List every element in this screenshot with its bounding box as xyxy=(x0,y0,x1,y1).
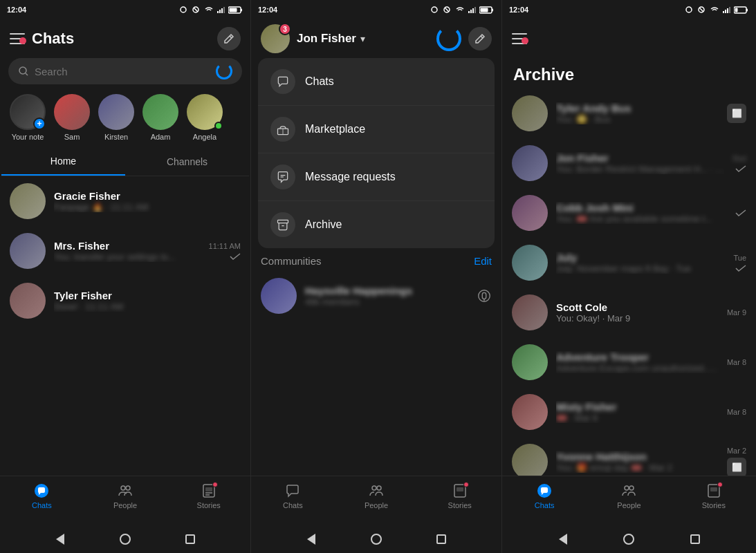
archive-name-7: Yvonne Hatthijson xyxy=(556,451,719,462)
nav-chats-left[interactable]: Chats xyxy=(0,482,84,509)
signal-icon-middle xyxy=(468,6,477,13)
nav-people-right[interactable]: People xyxy=(587,482,671,509)
chats-nav-icon-middle xyxy=(284,482,302,500)
stories-nav-icon-middle xyxy=(451,482,469,500)
menu-item-marketplace[interactable]: Marketplace xyxy=(258,106,495,153)
tabs-left: Home Channels xyxy=(1,148,249,176)
home-button-right[interactable] xyxy=(623,533,635,545)
nav-chats-middle[interactable]: Chats xyxy=(251,482,335,509)
chat-info-1: Mrs. Fisher You: transfer your settings … xyxy=(54,240,201,262)
battery-icon-right xyxy=(734,6,749,14)
nav-chats-right[interactable]: Chats xyxy=(502,482,587,509)
nav-label-people-middle: People xyxy=(365,501,388,509)
archive-item-2[interactable]: Cobb Josh Mini You: 🎟️ Are you available… xyxy=(502,188,756,238)
svg-rect-40 xyxy=(457,487,463,491)
chat-bubble-icon-m xyxy=(284,482,301,499)
archive-meta-6: Mar 8 xyxy=(727,408,746,416)
menu-item-archive[interactable]: Archive xyxy=(258,201,495,248)
story-item-2[interactable]: Kirsten xyxy=(98,94,134,141)
story-item-3[interactable]: Adam xyxy=(142,94,178,141)
svg-point-52 xyxy=(625,486,629,490)
chat-list-left: Gracie Fisher Fanpage 🔥 · 11:11 AM Mrs. … xyxy=(0,176,250,476)
nav-people-middle[interactable]: People xyxy=(335,482,418,509)
back-button-middle[interactable] xyxy=(305,533,317,545)
tab-home[interactable]: Home xyxy=(1,148,125,176)
chat-item-1[interactable]: Mrs. Fisher You: transfer your settings … xyxy=(0,226,250,276)
tab-channels[interactable]: Channels xyxy=(125,148,249,176)
edit-button-left[interactable] xyxy=(217,27,241,50)
archive-item-6[interactable]: Misty Fisher 🎟️ · Mar 8 Mar 8 xyxy=(502,387,756,437)
menu-icon-chats xyxy=(270,69,295,94)
recents-button-left[interactable] xyxy=(184,533,196,545)
archive-preview-7: You: 🎁 emoji day 🎟️ · Mar 2 xyxy=(556,462,719,473)
archive-preview-2: You: 🎟️ Are you available sometime t... xyxy=(556,214,727,224)
home-button-left[interactable] xyxy=(119,533,131,545)
nav-people-left[interactable]: People xyxy=(84,482,167,509)
chat-preview-2: Done! · 11:11 AM xyxy=(54,301,232,312)
search-progress-middle xyxy=(436,26,461,51)
edit-communities-link[interactable]: Edit xyxy=(474,255,492,267)
archive-name-2: Cobb Josh Mini xyxy=(556,202,727,214)
archive-item-4[interactable]: Scott Cole You: Okay! · Mar 9 Mar 9 xyxy=(502,288,756,337)
chats-nav-icon-left xyxy=(33,482,50,500)
menu-label-message-requests: Message requests xyxy=(305,171,396,183)
menu-label-chats: Chats xyxy=(305,75,334,88)
community-name-0: Haysville Happenings xyxy=(305,285,468,297)
nav-stories-middle[interactable]: Stories xyxy=(418,482,501,509)
chat-item-0[interactable]: Gracie Fisher Fanpage 🔥 · 11:11 AM xyxy=(0,176,250,226)
archive-item-7[interactable]: Yvonne Hatthijson You: 🎁 emoji day 🎟️ · … xyxy=(502,437,756,476)
back-button-left[interactable] xyxy=(54,533,66,545)
archive-title: Archive xyxy=(513,65,574,84)
story-item-4[interactable]: Angela xyxy=(187,94,223,141)
back-button-right[interactable] xyxy=(557,533,569,545)
archive-info-7: Yvonne Hatthijson You: 🎁 emoji day 🎟️ · … xyxy=(556,451,719,473)
middle-header: 3 Jon Fisher ▾ xyxy=(251,19,501,58)
system-nav-middle xyxy=(251,525,501,553)
community-item-0[interactable]: Haysville Happenings 48k members xyxy=(251,271,501,321)
user-header[interactable]: 3 Jon Fisher ▾ xyxy=(261,24,365,53)
header-right-left xyxy=(512,33,527,44)
search-input-left[interactable] xyxy=(35,66,210,77)
chat-item-2[interactable]: Tyler Fisher Done! · 11:11 AM xyxy=(0,276,250,326)
hamburger-container xyxy=(10,33,25,44)
story-item-1[interactable]: Sam xyxy=(54,94,90,141)
archive-action-0: ⬜ xyxy=(727,104,746,123)
archive-time-6: Mar 8 xyxy=(727,408,746,416)
menu-icon-message-requests xyxy=(270,165,295,189)
chat-avatar-2 xyxy=(10,283,46,319)
svg-line-11 xyxy=(26,73,28,75)
nav-stories-right[interactable]: Stories xyxy=(672,482,756,509)
bottom-nav-left: Chats People xyxy=(0,476,250,525)
svg-rect-5 xyxy=(221,8,223,13)
svg-line-2 xyxy=(194,8,198,12)
archive-item-3[interactable]: July July: November maps ft Bay · Tue Tu… xyxy=(502,238,756,288)
archive-item-1[interactable]: Jon Fisher You: Border Restrict Manageme… xyxy=(502,138,756,188)
search-bar-left[interactable] xyxy=(8,58,242,84)
story-your-note[interactable]: + Your note xyxy=(10,94,46,141)
edit-button-middle[interactable] xyxy=(468,27,492,50)
user-name-row: Jon Fisher ▾ xyxy=(297,32,365,46)
home-button-middle[interactable] xyxy=(370,533,382,545)
nav-label-chats-middle: Chats xyxy=(283,501,303,509)
time-right: 12:04 xyxy=(509,6,528,14)
panel-right: 12:04 Archive Tyler Andy Bus xyxy=(502,0,756,553)
stories-nav-icon-right xyxy=(705,482,723,500)
archive-item-0[interactable]: Tyler Andy Bus You: 🙄 · Bus ⬜ xyxy=(502,88,756,138)
nav-stories-left[interactable]: Stories xyxy=(167,482,250,509)
status-icons-left xyxy=(178,6,243,14)
svg-point-14 xyxy=(126,486,130,490)
menu-item-message-requests[interactable]: Message requests xyxy=(258,153,495,201)
edit-icon-left xyxy=(223,33,234,44)
recents-button-middle[interactable] xyxy=(435,533,448,545)
brightness-icon-m xyxy=(430,6,439,13)
recents-button-right[interactable] xyxy=(689,533,701,545)
menu-item-chats[interactable]: Chats xyxy=(258,58,495,106)
signal-icon-left xyxy=(217,6,225,13)
status-bar-left: 12:04 xyxy=(0,0,250,19)
story-avatar-1 xyxy=(54,94,90,130)
archive-avatar-6 xyxy=(512,394,548,430)
check-icon-r-1 xyxy=(735,165,746,172)
brightness-icon-r xyxy=(684,6,694,13)
archive-item-5[interactable]: Adventure Trooper Adventure Escape.com u… xyxy=(502,337,756,387)
archive-preview-0: You: 🙄 · Bus xyxy=(556,114,719,124)
